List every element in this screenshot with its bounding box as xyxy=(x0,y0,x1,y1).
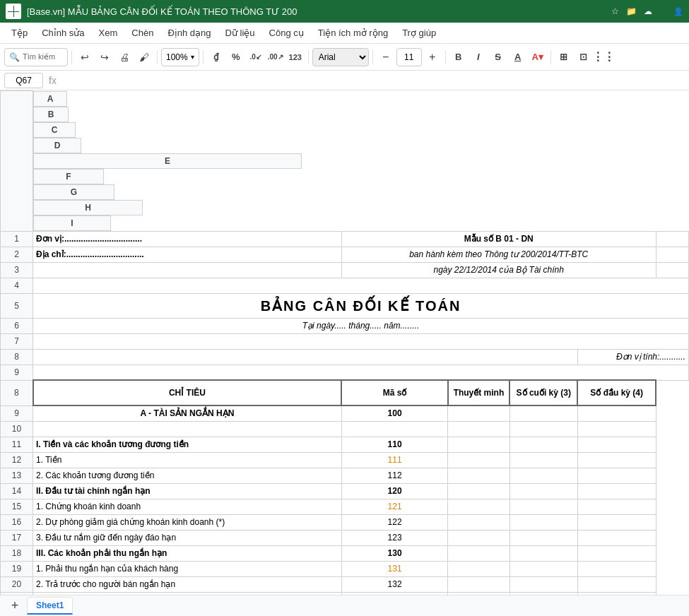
col-header-d[interactable]: D xyxy=(33,138,81,153)
cell-6-subtitle[interactable]: Tại ngày..... tháng..... năm........ xyxy=(33,318,689,333)
cell-5-title[interactable]: BẢNG CÂN ĐỐI KẾ TOÁN xyxy=(33,293,689,318)
row-num-4[interactable]: 4 xyxy=(1,278,33,293)
row-num-17[interactable]: 15 xyxy=(1,499,33,514)
row-num-15[interactable]: 13 xyxy=(1,468,33,483)
cell-21-maso[interactable]: 131 xyxy=(341,561,447,576)
zoom-selector[interactable]: 100% ▾ xyxy=(161,48,199,66)
row-num-1[interactable]: 1 xyxy=(1,231,33,247)
cell-18-maso[interactable]: 122 xyxy=(341,514,447,530)
menu-tep[interactable]: Tệp xyxy=(6,25,33,41)
row-num-12[interactable]: 10 xyxy=(1,421,33,437)
cloud-icon[interactable]: ☁ xyxy=(644,6,652,16)
add-sheet-button[interactable]: + xyxy=(6,597,24,615)
row-num-8[interactable]: 8 xyxy=(1,349,33,365)
cell-16-maso[interactable]: 120 xyxy=(341,483,447,499)
cell-2-f[interactable]: ban hành kèm theo Thông tư 200/2014/TT-B… xyxy=(341,247,656,262)
merge-button[interactable]: ⊡ xyxy=(575,48,593,66)
cell-21-label[interactable]: 1. Phải thu ngắn hạn của khách hàng xyxy=(33,561,342,576)
strikethrough-button[interactable]: S xyxy=(489,48,507,66)
row-num-20[interactable]: 18 xyxy=(1,545,33,561)
col-header-e[interactable]: E xyxy=(33,153,302,169)
row-num-18[interactable]: 16 xyxy=(1,514,33,530)
cell-15-label[interactable]: 2. Các khoản tương đương tiền xyxy=(33,468,342,483)
row-num-2[interactable]: 2 xyxy=(1,247,33,262)
text-color-button[interactable]: A▾ xyxy=(529,48,547,66)
cell-11-maso[interactable]: 100 xyxy=(341,405,447,421)
underline-button[interactable]: A xyxy=(509,48,527,66)
row-num-21[interactable]: 19 xyxy=(1,561,33,576)
decimal-decrease-button[interactable]: .0↙ xyxy=(247,48,265,66)
row-num-19[interactable]: 17 xyxy=(1,530,33,545)
row-num-9[interactable]: 9 xyxy=(1,365,33,380)
bold-button[interactable]: B xyxy=(449,48,468,66)
menu-chinh-sua[interactable]: Chỉnh sửa xyxy=(36,25,90,41)
col-header-c[interactable]: C xyxy=(33,122,76,138)
col-header-h[interactable]: H xyxy=(33,200,143,215)
menu-dinh-dang[interactable]: Định dạng xyxy=(162,25,216,41)
format-number-button[interactable]: 123 xyxy=(286,48,305,66)
undo-button[interactable]: ↩ xyxy=(76,48,94,66)
percent-button[interactable]: % xyxy=(227,48,245,66)
row-num-5[interactable]: 5 xyxy=(1,293,33,318)
col-header-g[interactable]: G xyxy=(33,184,114,200)
cell-1-b[interactable]: Đơn vị:................................. xyxy=(33,231,342,247)
menu-tien-ich[interactable]: Tiện ích mở rộng xyxy=(312,25,394,41)
row-num-14[interactable]: 12 xyxy=(1,452,33,468)
row-num-16[interactable]: 14 xyxy=(1,483,33,499)
paint-format-button[interactable]: 🖌 xyxy=(135,48,153,66)
menu-tro-giup[interactable]: Trợ giúp xyxy=(396,25,442,41)
cell-22-label[interactable]: 2. Trả trước cho người bán ngắn hạn xyxy=(33,576,342,592)
cell-14-label[interactable]: 1. Tiền xyxy=(33,452,342,468)
cell-reference-input[interactable] xyxy=(4,73,43,88)
font-size-increase-button[interactable]: + xyxy=(423,48,442,66)
formula-input[interactable] xyxy=(62,74,685,87)
italic-button[interactable]: I xyxy=(469,48,488,66)
menu-chen[interactable]: Chèn xyxy=(126,25,159,41)
cell-17-label[interactable]: 1. Chứng khoán kinh doanh xyxy=(33,499,342,514)
cell-3-f[interactable]: ngày 22/12/2014 của Bộ Tài chính xyxy=(341,262,656,278)
cell-2-b[interactable]: Địa chỉ:................................… xyxy=(33,247,342,262)
cell-18-label[interactable]: 2. Dự phòng giảm giá chứng khoán kinh do… xyxy=(33,514,342,530)
menu-xem[interactable]: Xem xyxy=(93,25,124,41)
font-size-decrease-button[interactable]: − xyxy=(377,48,395,66)
col-header-a[interactable]: A xyxy=(33,91,67,107)
row-num-7[interactable]: 7 xyxy=(1,333,33,349)
col-header-f[interactable]: F xyxy=(33,169,104,184)
folder-icon[interactable]: 📁 xyxy=(626,6,637,16)
row-num-10[interactable]: 8 xyxy=(1,380,33,405)
row-num-11[interactable]: 9 xyxy=(1,405,33,421)
sheet-tab-1[interactable]: Sheet1 xyxy=(27,597,73,615)
cell-16-label[interactable]: II. Đầu tư tài chính ngắn hạn xyxy=(33,483,342,499)
menu-cong-cu[interactable]: Công cụ xyxy=(264,25,310,41)
menu-du-lieu[interactable]: Dữ liệu xyxy=(220,25,261,41)
more-button[interactable]: ⋮⋮ xyxy=(594,48,613,66)
row-num-22[interactable]: 20 xyxy=(1,576,33,592)
row-num-3[interactable]: 3 xyxy=(1,262,33,278)
cell-20-label[interactable]: III. Các khoản phải thu ngắn hạn xyxy=(33,545,342,561)
font-size-input[interactable] xyxy=(396,48,422,66)
cell-19-label[interactable]: 3. Đầu tư nắm giữ đến ngày đáo hạn xyxy=(33,530,342,545)
row-num-6[interactable]: 6 xyxy=(1,318,33,333)
print-button[interactable]: 🖨 xyxy=(115,48,134,66)
cell-15-maso[interactable]: 112 xyxy=(341,468,447,483)
cell-1-f[interactable]: Mẫu số B 01 - DN xyxy=(341,231,656,247)
cell-20-maso[interactable]: 130 xyxy=(341,545,447,561)
currency-button[interactable]: ₫ xyxy=(207,48,225,66)
cell-13-maso[interactable]: 110 xyxy=(341,437,447,452)
cell-14-maso[interactable]: 111 xyxy=(341,452,447,468)
cell-8-unit[interactable]: Đơn vị tính:........... xyxy=(577,349,688,365)
cell-17-maso[interactable]: 121 xyxy=(341,499,447,514)
search-box[interactable]: 🔍 Tìm kiếm xyxy=(4,48,68,66)
borders-button[interactable]: ⊞ xyxy=(555,48,573,66)
font-selector[interactable]: Arial xyxy=(312,48,369,66)
col-header-i[interactable]: I xyxy=(33,215,111,231)
decimal-increase-button[interactable]: .00↗ xyxy=(266,48,285,66)
star-icon[interactable]: ☆ xyxy=(611,6,619,16)
cell-11-section[interactable]: A - TÀI SẢN NGẮN HẠN xyxy=(33,405,342,421)
cell-19-maso[interactable]: 123 xyxy=(341,530,447,545)
cell-13-label[interactable]: I. Tiền và các khoản tương đương tiền xyxy=(33,437,342,452)
account-icon[interactable]: 👤 xyxy=(673,7,683,16)
cell-22-maso[interactable]: 132 xyxy=(341,576,447,592)
redo-button[interactable]: ↪ xyxy=(95,48,114,66)
row-num-13[interactable]: 11 xyxy=(1,437,33,452)
